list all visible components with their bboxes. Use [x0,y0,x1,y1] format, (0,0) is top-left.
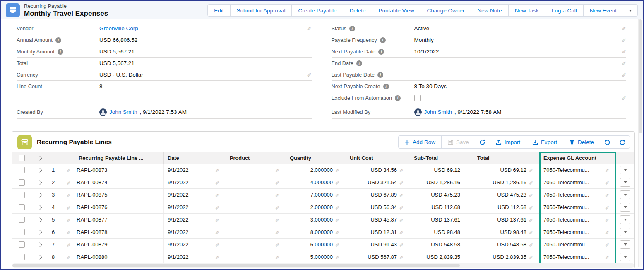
edit-pencil-icon[interactable]: ✎ [526,217,536,223]
info-icon[interactable] [380,37,386,43]
gl-account-link[interactable]: 7050-Telecommu... [543,217,603,223]
gl-account-link[interactable]: 7050-Telecommu... [543,241,603,248]
add-row-button[interactable]: Add Row [398,135,442,149]
redo-button[interactable] [615,135,630,149]
row-checkbox[interactable] [19,204,25,210]
payable-line-link[interactable]: RAPL-00874 [77,179,107,186]
row-actions-menu-button[interactable] [620,166,630,174]
expand-all-chevron-icon[interactable] [37,156,42,160]
edit-pencil-icon[interactable]: ✎ [526,167,536,173]
action-button-edit[interactable]: Edit [207,4,230,17]
edit-pencil-icon[interactable]: ✎ [213,229,222,235]
edit-pencil-icon[interactable]: ✎ [213,217,222,223]
action-button-printable-view[interactable]: Printable View [372,4,421,17]
edit-pencil-icon[interactable]: ✎ [603,242,612,248]
edit-pencil-icon[interactable]: ✎ [64,254,73,260]
edit-pencil-icon[interactable]: ✎ [273,192,282,198]
edit-pencil-icon[interactable]: ✎ [526,229,536,235]
edit-pencil-icon[interactable]: ✎ [64,192,73,198]
info-icon[interactable] [55,37,61,43]
edit-pencil-icon[interactable]: ✎ [213,180,222,186]
edit-pencil-icon[interactable]: ✎ [526,180,536,186]
edit-pencil-icon[interactable]: ✎ [603,229,612,235]
edit-pencil-icon[interactable]: ✎ [333,254,342,260]
payable-line-link[interactable]: RAPL-00880 [77,254,107,260]
edit-pencil-icon[interactable]: ✎ [273,254,282,260]
row-expand-chevron-icon[interactable] [37,217,42,222]
undo-button[interactable] [600,135,615,149]
action-button-new-note[interactable]: New Note [471,4,508,17]
edit-pencil-icon[interactable]: ✎ [213,167,222,173]
edit-pencil-icon[interactable]: ✎ [618,25,626,31]
row-expand-chevron-icon[interactable] [37,255,42,259]
edit-pencil-icon[interactable]: ✎ [273,180,282,186]
row-actions-menu-button[interactable] [620,203,630,212]
payable-line-link[interactable]: RAPL-00877 [77,217,107,223]
field-value-link[interactable]: Greenville Corp [99,25,138,31]
edit-pencil-icon[interactable]: ✎ [333,167,342,173]
refresh-button[interactable] [475,135,490,149]
edit-pencil-icon[interactable]: ✎ [397,205,406,210]
edit-pencil-icon[interactable]: ✎ [64,217,73,223]
action-button-delete[interactable]: Delete [343,4,372,17]
payable-line-link[interactable]: RAPL-00873 [77,167,107,173]
gl-account-link[interactable]: 7050-Telecommu... [543,167,603,173]
edit-pencil-icon[interactable]: ✎ [333,217,342,223]
save-button[interactable]: Save [441,135,475,149]
info-icon[interactable] [58,49,63,55]
edit-pencil-icon[interactable]: ✎ [213,242,222,248]
edit-pencil-icon[interactable]: ✎ [397,217,406,223]
edit-pencil-icon[interactable]: ✎ [397,180,406,186]
horizontal-scrollbar-thumb[interactable] [12,264,460,267]
edit-pencil-icon[interactable]: ✎ [603,180,612,186]
edit-pencil-icon[interactable]: ✎ [618,60,626,66]
info-icon[interactable] [383,84,389,89]
payable-line-link[interactable]: RAPL-00879 [77,241,107,248]
edit-pencil-icon[interactable]: ✎ [64,229,73,235]
edit-pencil-icon[interactable]: ✎ [333,229,342,235]
edit-pencil-icon[interactable]: ✎ [526,242,536,248]
action-button-new-event[interactable]: New Event [583,4,623,17]
edit-pencil-icon[interactable]: ✎ [273,205,282,210]
row-expand-chevron-icon[interactable] [37,180,42,185]
edit-pencil-icon[interactable]: ✎ [526,192,536,198]
row-checkbox[interactable] [19,241,25,248]
row-actions-menu-button[interactable] [620,253,630,261]
edit-pencil-icon[interactable]: ✎ [64,180,73,186]
row-actions-menu-button[interactable] [620,178,630,187]
edit-pencil-icon[interactable]: ✎ [273,242,282,248]
edit-pencil-icon[interactable]: ✎ [526,205,536,210]
action-button-new-task[interactable]: New Task [508,4,545,17]
row-actions-menu-button[interactable] [620,228,630,236]
edit-pencil-icon[interactable]: ✎ [273,217,282,223]
action-button-create-payable[interactable]: Create Payable [291,4,343,17]
edit-pencil-icon[interactable]: ✎ [333,205,342,210]
vertical-scrollbar[interactable] [638,19,642,267]
edit-pencil-icon[interactable]: ✎ [603,192,612,198]
edit-pencil-icon[interactable]: ✎ [397,229,406,235]
payable-line-link[interactable]: RAPL-00876 [77,204,107,210]
info-icon[interactable] [356,60,362,66]
action-button-log-a-call[interactable]: Log a Call [545,4,584,17]
edit-pencil-icon[interactable]: ✎ [397,242,406,248]
row-expand-chevron-icon[interactable] [37,205,42,210]
row-checkbox[interactable] [19,229,25,235]
edit-pencil-icon[interactable]: ✎ [64,242,73,248]
row-actions-menu-button[interactable] [620,215,630,224]
info-icon[interactable] [377,72,383,78]
row-checkbox[interactable] [19,192,25,198]
edit-pencil-icon[interactable]: ✎ [213,192,222,198]
gl-account-link[interactable]: 7050-Telecommu... [543,204,603,210]
row-checkbox[interactable] [19,167,25,173]
export-button[interactable]: Export [526,135,563,149]
action-button-submit-for-approval[interactable]: Submit for Approval [230,4,292,17]
edit-pencil-icon[interactable]: ✎ [333,242,342,248]
row-actions-menu-button[interactable] [620,240,630,249]
edit-pencil-icon[interactable]: ✎ [603,167,612,173]
edit-pencil-icon[interactable]: ✎ [213,254,222,260]
edit-pencil-icon[interactable]: ✎ [603,205,612,210]
user-link[interactable]: John Smith [424,109,452,115]
info-icon[interactable] [395,95,401,101]
edit-pencil-icon[interactable]: ✎ [618,72,626,78]
row-checkbox[interactable] [19,217,25,223]
